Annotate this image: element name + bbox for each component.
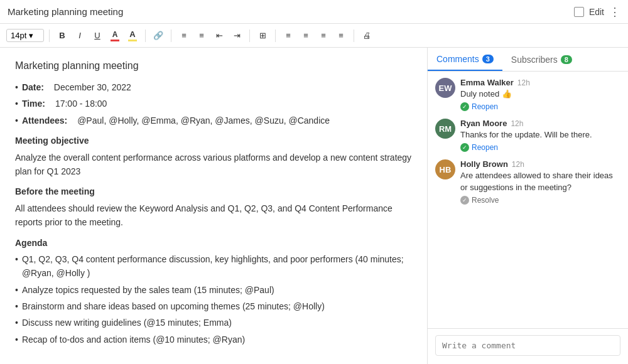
resolve-button[interactable]: Resolve <box>472 196 499 205</box>
unordered-list-button[interactable]: ≡ <box>176 28 192 43</box>
comment-author: Holly Brown <box>460 159 508 169</box>
meeting-objective-text: Analyze the overall content performance … <box>15 151 412 179</box>
before-meeting-text: All attendees should review the Keyword … <box>15 201 412 230</box>
avatar: EW <box>435 78 455 98</box>
comment-action: ✓Reopen <box>460 102 620 111</box>
toolbar-separator-5 <box>275 29 276 42</box>
tab-subscribers[interactable]: Subscribers 8 <box>502 48 581 71</box>
check-circle-icon: ✓ <box>460 102 469 111</box>
comment-item: EWEmma Walker12hDuly noted 👍✓Reopen <box>435 78 620 111</box>
comment-input-area <box>428 328 628 364</box>
comment-content: Holly Brown12hAre attendees allowed to s… <box>460 159 620 204</box>
check-circle-icon: ✓ <box>460 143 469 152</box>
comments-badge: 3 <box>482 55 494 63</box>
avatar: RM <box>435 119 455 139</box>
right-panel: Comments 3 Subscribers 8 EWEmma Walker12… <box>427 48 628 364</box>
document-title: Marketing planning meeting <box>8 6 574 17</box>
comment-time: 12h <box>517 78 530 87</box>
comment-time: 12h <box>512 160 524 169</box>
avatar: HB <box>435 159 455 179</box>
comment-input[interactable] <box>435 335 620 356</box>
list-item: Attendees: @Paul, @Holly, @Emma, @Ryan, … <box>15 114 412 127</box>
subscribers-badge: 8 <box>561 55 572 64</box>
header-actions: Edit ⋮ <box>574 6 620 18</box>
comment-action: ✓Reopen <box>460 143 620 152</box>
toolbar-separator-4 <box>249 29 250 42</box>
main-content: Marketing planning meeting Date: Decembe… <box>0 48 628 364</box>
doc-main-title: Marketing planning meeting <box>15 60 412 72</box>
font-size-chevron: ▾ <box>29 31 33 40</box>
comment-header: Ryan Moore12h <box>460 119 620 128</box>
comment-author: Ryan Moore <box>460 119 507 128</box>
meeting-objective-heading: Meeting objective <box>15 134 412 147</box>
doc-info-list: Date: December 30, 2022 Time: 17:00 - 18… <box>15 80 412 127</box>
comment-item: RMRyan Moore12hThanks for the update. Wi… <box>435 119 620 152</box>
list-item: Date: December 30, 2022 <box>15 80 412 94</box>
ordered-list-button[interactable]: ≡ <box>194 28 209 43</box>
outdent-button[interactable]: ⇤ <box>212 28 227 43</box>
align-center-button[interactable]: ≡ <box>298 28 313 43</box>
tab-subscribers-label: Subscribers <box>511 55 558 65</box>
comment-action: ✓Resolve <box>460 196 620 205</box>
tab-comments-label: Comments <box>436 54 479 64</box>
comment-time: 12h <box>511 119 523 128</box>
align-right-button[interactable]: ≡ <box>316 28 331 43</box>
underline-button[interactable]: U <box>90 28 105 43</box>
document-area: Marketing planning meeting Date: Decembe… <box>0 48 427 364</box>
link-button[interactable]: 🔗 <box>151 28 166 43</box>
comment-item: HBHolly Brown12hAre attendees allowed to… <box>435 159 620 204</box>
toolbar-separator-3 <box>171 29 171 42</box>
agenda-item: Recap of to-dos and action items (@10 mi… <box>15 333 412 346</box>
align-left-button[interactable]: ≡ <box>281 28 296 43</box>
formatting-toolbar: 14pt ▾ B I U A A 🔗 ≡ ≡ ⇤ ⇥ ⊞ ≡ ≡ ≡ ≡ 🖨 <box>0 24 628 48</box>
bold-button[interactable]: B <box>55 28 70 43</box>
comments-list: EWEmma Walker12hDuly noted 👍✓ReopenRMRya… <box>428 72 628 328</box>
edit-button[interactable]: Edit <box>589 7 604 17</box>
comment-header: Emma Walker12h <box>460 78 620 87</box>
list-item: Time: 17:00 - 18:00 <box>15 97 412 110</box>
italic-button[interactable]: I <box>72 28 87 43</box>
toolbar-separator-6 <box>354 29 354 42</box>
tab-comments[interactable]: Comments 3 <box>428 48 502 71</box>
agenda-item: Discuss new writing guidelines (@15 minu… <box>15 316 412 329</box>
indent-button[interactable]: ⇥ <box>229 28 244 43</box>
toolbar-separator-1 <box>49 29 50 42</box>
comment-content: Ryan Moore12hThanks for the update. Will… <box>460 119 620 152</box>
document-header: Marketing planning meeting Edit ⋮ <box>0 0 628 24</box>
agenda-list: Q1, Q2, Q3, Q4 content performance discu… <box>15 252 412 346</box>
comment-author: Emma Walker <box>460 78 514 87</box>
font-size-value: 14pt <box>11 31 26 40</box>
reopen-button[interactable]: Reopen <box>472 143 498 152</box>
more-options-button[interactable]: ⋮ <box>609 6 620 18</box>
comment-text: Duly noted 👍 <box>460 88 620 100</box>
before-meeting-heading: Before the meeting <box>15 185 412 198</box>
agenda-item: Q1, Q2, Q3, Q4 content performance discu… <box>15 252 412 281</box>
comment-text: Thanks for the update. Will be there. <box>460 129 620 141</box>
agenda-item: Brainstorm and share ideas based on upco… <box>15 299 412 313</box>
print-button[interactable]: 🖨 <box>359 28 374 43</box>
comment-text: Are attendees allowed to share their ide… <box>460 170 620 193</box>
font-size-select[interactable]: 14pt ▾ <box>6 29 44 42</box>
comment-content: Emma Walker12hDuly noted 👍✓Reopen <box>460 78 620 111</box>
agenda-item: Analyze topics requested by the sales te… <box>15 283 412 297</box>
justify-button[interactable]: ≡ <box>333 28 349 43</box>
tab-bar: Comments 3 Subscribers 8 <box>428 48 628 72</box>
toolbar-separator-2 <box>145 29 146 42</box>
highlight-button[interactable]: A <box>125 28 140 43</box>
document-body: Date: December 30, 2022 Time: 17:00 - 18… <box>15 80 412 346</box>
reopen-button[interactable]: Reopen <box>472 102 498 111</box>
table-button[interactable]: ⊞ <box>255 28 270 43</box>
agenda-heading: Agenda <box>15 236 412 250</box>
check-circle-grey-icon: ✓ <box>460 196 469 205</box>
comment-header: Holly Brown12h <box>460 159 620 169</box>
font-color-button[interactable]: A <box>107 28 122 43</box>
checkbox-icon <box>574 7 584 17</box>
